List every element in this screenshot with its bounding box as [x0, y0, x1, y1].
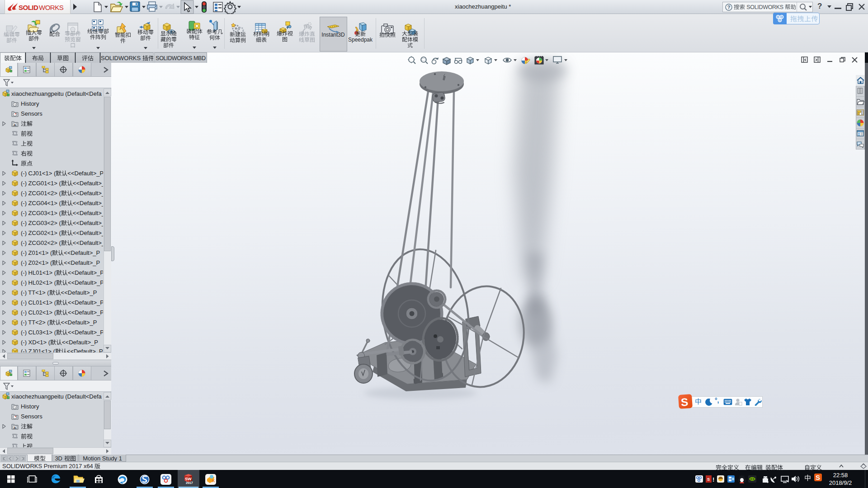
svg-text:WORKS: WORKS	[39, 4, 64, 11]
svg-text:K: K	[212, 479, 215, 483]
svg-text:A: A	[14, 123, 16, 127]
svg-text:?: ?	[727, 5, 731, 10]
svg-text:S: S	[707, 477, 710, 482]
svg-text:SOLID: SOLID	[19, 4, 38, 11]
svg-text:A: A	[14, 426, 16, 430]
svg-text:2017: 2017	[186, 481, 193, 484]
svg-text:!: !	[712, 476, 714, 483]
svg-text:SW: SW	[185, 477, 192, 481]
